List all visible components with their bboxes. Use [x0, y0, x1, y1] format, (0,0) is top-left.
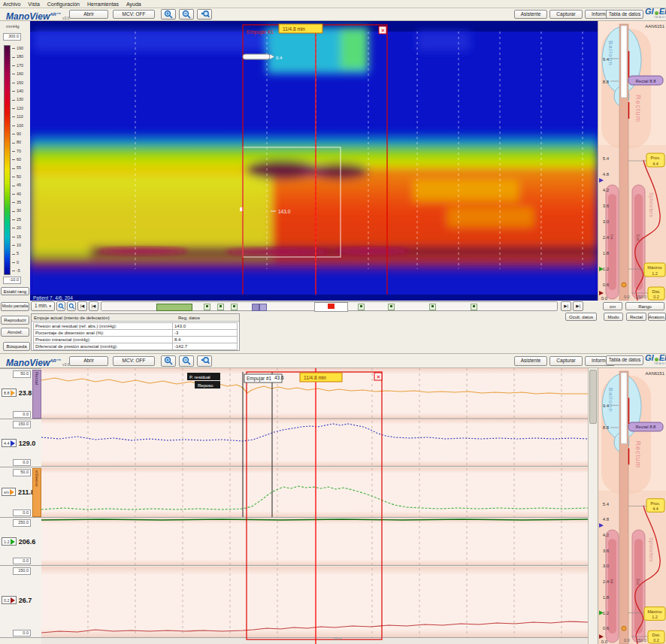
asistente-button[interactable]: Asistente: [514, 356, 547, 366]
channel-value: 23.8: [19, 389, 32, 397]
atmosf-button[interactable]: Atmósf.: [1, 328, 29, 337]
menu-herramientas[interactable]: Herramientas: [87, 2, 119, 7]
prox-chip[interactable]: Prox. 4.4: [646, 499, 664, 512]
time-chip[interactable]: 11/4.8 min: [279, 24, 322, 33]
mcv-button[interactable]: MCV: OFF: [113, 356, 155, 366]
capturar-button[interactable]: Capturar: [549, 356, 583, 366]
zoom-out-icon[interactable]: [179, 9, 194, 20]
zoom-in-icon[interactable]: [161, 355, 176, 367]
sensor-position-chip[interactable]: 0.2: [2, 596, 17, 604]
line-tracings-plot[interactable]: P. residual Reposo Empujar #1 43.6 11/4.…: [41, 368, 588, 644]
pressure-topography-plot[interactable]: 143.0 Empujar #1 11/4.8 min 0.4 ✕ Patien…: [30, 21, 598, 301]
channel-min[interactable]: 0.0: [13, 411, 31, 419]
prox-chip[interactable]: Prox. 4.4: [646, 153, 664, 167]
event-marker-purple: [259, 304, 267, 311]
mcv-button[interactable]: MCV: OFF: [113, 10, 155, 19]
channel-max[interactable]: 250.0: [13, 519, 31, 527]
maximo-chip[interactable]: Máximo 1.2: [644, 263, 665, 277]
rectal-sensor-chip[interactable]: Rectal 8.8: [628, 422, 663, 431]
skip-end-button[interactable]: ▶|: [573, 301, 583, 311]
svg-text:11/4.8 min: 11/4.8 min: [304, 375, 326, 380]
maximo-chip[interactable]: Máximo 1.2: [644, 607, 665, 621]
axis-max-label: 150.0: [636, 295, 646, 299]
skip-start-button[interactable]: |◀: [77, 301, 87, 311]
tick-8-8: 8.8: [603, 80, 610, 84]
viewport-indicator[interactable]: [314, 302, 348, 312]
sensor-position-chip[interactable]: 4.4: [2, 439, 17, 447]
capturar-button[interactable]: Capturar: [549, 10, 583, 19]
modo-pantalla-button[interactable]: Modo pantalla: [1, 302, 29, 311]
svg-text:Máximo: Máximo: [647, 265, 661, 270]
svg-text:Dist.: Dist.: [652, 633, 661, 637]
channel-max[interactable]: 50.0: [13, 469, 31, 476]
svg-text:P. residual: P. residual: [189, 375, 210, 379]
channel-max[interactable]: 150.0: [13, 421, 31, 428]
color-scale-min[interactable]: -10.0: [3, 277, 21, 284]
time-chip[interactable]: 11/4.8 min: [300, 373, 342, 382]
channel-max[interactable]: 50.0: [13, 370, 31, 378]
channel-strip[interactable]: eSleeve: [32, 468, 41, 517]
timeline-zoom-in-icon[interactable]: [56, 301, 65, 311]
time-scale-select[interactable]: 1 min.▾: [31, 301, 55, 311]
channel-min[interactable]: 0.0: [13, 509, 31, 517]
timeline-track[interactable]: [101, 301, 558, 311]
tabla-datos-button[interactable]: Tabla de datos: [606, 10, 643, 19]
selection-close-button[interactable]: ✕: [374, 373, 382, 380]
selection-close-button[interactable]: ✕: [379, 26, 386, 34]
anatomy-diagram: Balloon Rectum 9.4 8.8 Rectal 8.8 5.4 4.…: [598, 368, 666, 644]
asistente-button[interactable]: Asistente: [514, 10, 547, 19]
reproducir-button[interactable]: Reproducir: [1, 316, 29, 325]
menu-archivo[interactable]: Archivo: [3, 2, 20, 7]
brand-dot-icon: [655, 358, 658, 361]
set-range-button[interactable]: Establ rang: [1, 287, 29, 295]
anatom-button[interactable]: Anatom.: [648, 313, 666, 321]
timeline-zoom-out-icon[interactable]: [67, 301, 76, 311]
zoom-reset-icon[interactable]: [197, 9, 212, 20]
channel-strip[interactable]: Rectal: [32, 370, 41, 419]
busqueda-button[interactable]: Búsqueda: [3, 342, 30, 351]
zoom-out-icon[interactable]: [179, 355, 194, 367]
dist-chip[interactable]: Dist. 0.2: [648, 287, 664, 300]
channel-min[interactable]: 0.0: [13, 558, 31, 565]
row-label: Presión anal residual (ref. abs.) (mmHg)…: [34, 323, 173, 330]
current-time-marker: [328, 304, 335, 309]
modo-button[interactable]: Modo: [604, 313, 623, 321]
dist-chip[interactable]: Dist. 0.2: [648, 630, 664, 643]
tick-9-4: 9.4: [603, 57, 610, 62]
scrollbar-thumb[interactable]: [589, 370, 597, 424]
channel-max[interactable]: 150.0: [13, 567, 31, 575]
table-row: Presión anal residual (ref. abs.) (mmHg)…: [34, 323, 238, 330]
rango-button[interactable]: Rango: [625, 302, 664, 310]
skip-fwd-button[interactable]: ▶|: [561, 301, 571, 311]
event-marker: [358, 304, 365, 310]
int-label: Int: [610, 579, 614, 584]
zoom-in-icon[interactable]: [161, 9, 176, 20]
channel-min[interactable]: 0.0: [13, 459, 31, 467]
zoom-reset-icon[interactable]: [197, 355, 212, 367]
reposo-chip: Reposo: [195, 381, 220, 389]
brand-dot-icon: [655, 11, 658, 15]
rectal-sensor-chip[interactable]: Rectal 8.8: [628, 76, 663, 85]
menu-configuracion[interactable]: Configuración: [47, 2, 80, 7]
channel-min[interactable]: 0.0: [13, 630, 31, 637]
menu-vista[interactable]: Vista: [28, 2, 39, 7]
tabla-datos-button[interactable]: Tabla de datos: [606, 355, 643, 365]
sensor-position-chip[interactable]: 8.8: [2, 389, 17, 397]
skip-back-button[interactable]: |◀: [89, 301, 98, 311]
svg-text:✕: ✕: [377, 374, 381, 379]
distance-measure-bar[interactable]: 0.4: [243, 54, 283, 60]
tracings-scrollbar[interactable]: [588, 368, 596, 644]
sensor-position-chip[interactable]: s/v: [2, 488, 16, 496]
axis-min-label: 0.0: [624, 295, 630, 299]
abrir-button[interactable]: Abrir: [69, 356, 108, 366]
menu-ayuda[interactable]: Ayuda: [126, 2, 141, 7]
ocultar-datos-button[interactable]: Ocult. datos: [565, 313, 597, 321]
rectum-label: Rectum: [634, 95, 642, 122]
rectal-button[interactable]: Rectal: [626, 313, 646, 321]
channel-value: 129.0: [19, 440, 36, 447]
device-id-label: AAN6151: [645, 371, 664, 376]
color-scale-max[interactable]: 300.0: [3, 33, 21, 41]
cm-button[interactable]: cm: [603, 302, 622, 310]
sensor-position-chip[interactable]: 1.2: [2, 537, 17, 546]
abrir-button[interactable]: Abrir: [69, 10, 108, 19]
